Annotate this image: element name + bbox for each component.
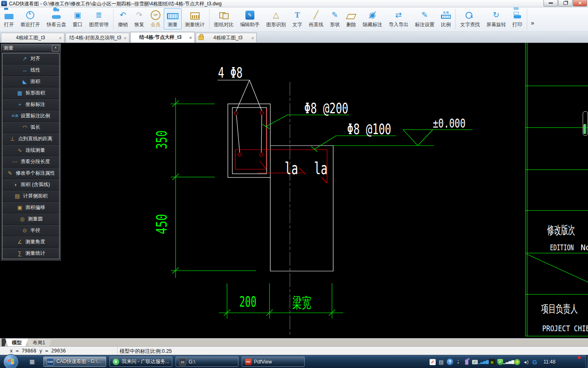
- sheet-tab-layout1[interactable]: 布局1: [26, 339, 52, 347]
- show-desktop-button[interactable]: [586, 355, 588, 368]
- measure-item-area-with-arc[interactable]: ◑面积 (含弧线): [2, 179, 59, 191]
- restore-button[interactable]: [558, 0, 572, 7]
- measure-item-rect-area[interactable]: ▦矩形面积: [2, 88, 59, 99]
- measure-item-side-area[interactable]: ▤计算侧面积: [2, 191, 59, 202]
- taskbar-button-label: PdfView: [254, 359, 272, 365]
- toolbar-label: 标注设置: [415, 21, 434, 28]
- measure-item-area[interactable]: ◣面积: [2, 76, 59, 88]
- measure-item-arc-length[interactable]: ◠弧长: [2, 122, 59, 133]
- toolbar-button-vip[interactable]: VIP会员: [147, 8, 164, 29]
- measure-item-segment-length[interactable]: ⋯查看分段长度: [2, 156, 59, 168]
- taskbar-button-label: CAD快速看图 - G:\...: [56, 358, 101, 365]
- measure-item-continuous[interactable]: ∿连续测量: [2, 145, 59, 156]
- toolbar-button-open[interactable]: 打开: [1, 8, 17, 29]
- titleblock-edition-no: No: [581, 242, 588, 252]
- nvidia-tray-icon[interactable]: ◉: [489, 359, 495, 365]
- tab-close-icon[interactable]: ×: [59, 36, 62, 40]
- windows-logo-icon: [8, 359, 14, 365]
- dim-450: 450: [153, 214, 170, 234]
- toolbar-button-measure[interactable]: 测量: [164, 8, 182, 29]
- usb-eject-tray-icon[interactable]: ✓: [472, 360, 478, 364]
- toolbar-button-cloud-drive[interactable]: 快看云盘: [43, 8, 69, 29]
- rebar-top-label: 4 Φ8: [218, 64, 243, 81]
- measure-item-angle[interactable]: ∠测量角度: [2, 236, 59, 248]
- toolbar-button-delete[interactable]: 删除: [343, 8, 359, 29]
- network-white-tray-icon[interactable]: ▁▃▅▇: [505, 359, 512, 366]
- toolbar-button-hide-annotations[interactable]: ◉隐藏标注: [359, 8, 385, 29]
- document-tab-bar: 4栋竣工图_t3× 结-4栋-封面及总说明_t3× 结-4栋-节点大样_t3× …: [0, 32, 588, 43]
- doc-tab-1[interactable]: 4栋竣工图_t3×: [1, 33, 65, 43]
- measure-item-linear[interactable]: ↔线性: [2, 65, 59, 76]
- app-icon: C: [1, 1, 7, 6]
- measure-item-align[interactable]: ↗对齐: [2, 53, 59, 65]
- taskbar: ▦ CAD CAD快速看图 - G:\... e 我来问 - 广联达服务... …: [0, 355, 588, 368]
- taskbar-button-explorer-g[interactable]: ▭ G:\: [176, 357, 238, 367]
- measure-item-circle[interactable]: ◎测量圆: [2, 213, 59, 225]
- toolbar-button-scale[interactable]: A:B比例: [438, 8, 454, 29]
- window-controls: ✕: [543, 0, 587, 7]
- measure-item-stats[interactable]: ∑测量统计: [2, 248, 59, 259]
- toolbar-button-shapes[interactable]: ✎形状: [327, 8, 343, 29]
- close-button[interactable]: ✕: [573, 0, 587, 7]
- taskbar-clock[interactable]: 11:48: [543, 359, 555, 365]
- toolbar-button-window[interactable]: ▣窗口: [69, 8, 86, 29]
- measure-panel-titlebar[interactable]: 测量 ×: [1, 44, 60, 52]
- sheet-tab-model[interactable]: 模型: [5, 339, 28, 347]
- taskbar-button-cad-viewer[interactable]: CAD CAD快速看图 - G:\...: [43, 357, 106, 367]
- help-tray-icon[interactable]: ?: [447, 359, 453, 365]
- toolbar-button-edit-assistant[interactable]: ✎编辑助手: [237, 8, 263, 29]
- arc-icon: ◠: [22, 125, 28, 130]
- glodon-tray-icon[interactable]: G: [531, 359, 538, 366]
- tab-close-icon[interactable]: ×: [124, 36, 127, 40]
- measure-item-point-to-line[interactable]: ⊥点到直线的距离: [2, 133, 59, 145]
- measure-item-set-scale[interactable]: A:B设置标注比例: [2, 110, 59, 122]
- usb-drive-tray-icon[interactable]: [465, 359, 468, 365]
- toolbar-label: 删除: [346, 21, 356, 28]
- measure-item-label: 连续测量: [26, 147, 45, 154]
- toolbar-button-recent-open[interactable]: 最近打开: [17, 8, 43, 29]
- start-button[interactable]: [3, 354, 19, 368]
- toolbar-label: 隐藏标注: [363, 21, 382, 28]
- toolbar-button-drawing-compare[interactable]: 图纸对比: [211, 8, 237, 29]
- toolbar-label: 窗口: [73, 21, 82, 28]
- pinned-app-icon[interactable]: ▦: [29, 358, 35, 365]
- toolbar-label: 文字: [292, 21, 302, 28]
- toolbar-button-layer-manager[interactable]: ≣图层管理: [86, 8, 112, 29]
- taskbar-button-pdfview[interactable]: PDF PdfView: [242, 357, 305, 367]
- doc-tab-3-active[interactable]: 结-4栋-节点大样_t3×: [130, 32, 195, 43]
- scrollbar-thumb[interactable]: [584, 124, 586, 134]
- toolbar-button-annotation-settings[interactable]: ✎标注设置: [412, 8, 438, 29]
- show-hidden-icons[interactable]: ▫: [455, 359, 461, 366]
- tab-close-icon[interactable]: ×: [252, 36, 254, 40]
- toolbar-button-measure-stats[interactable]: 测量统计: [182, 8, 208, 29]
- network-blue-tray-icon[interactable]: ▁▃▅▇: [480, 359, 487, 366]
- toolbar-button-print[interactable]: 打印: [509, 8, 526, 29]
- toolbar-button-import-export[interactable]: ⇄导入导出: [385, 8, 412, 29]
- tab-close-icon[interactable]: ×: [189, 35, 192, 40]
- measure-panel-body: ↗对齐 ↔线性 ◣面积 ▦矩形面积 +坐标标注 A:B设置标注比例 ◠弧长 ⊥点…: [2, 53, 60, 259]
- measure-item-area-offset[interactable]: ▣面积偏移: [2, 202, 59, 213]
- measure-panel-close-button[interactable]: ×: [52, 45, 59, 52]
- doc-tab-2[interactable]: 结-4栋-封面及总说明_t3×: [65, 33, 129, 43]
- antivirus-tray-icon[interactable]: ✚: [514, 359, 520, 365]
- volume-tray-icon[interactable]: ◄): [522, 359, 529, 366]
- security-shield-tray-icon[interactable]: ✓: [497, 359, 503, 365]
- toolbar-button-undo[interactable]: ↶撤销: [115, 8, 131, 29]
- notes-tray-icon[interactable]: ✓: [430, 359, 436, 365]
- measure-item-radius[interactable]: ⊙半径: [2, 225, 59, 236]
- toolbar-button-draw-line[interactable]: ╱画直线: [305, 8, 327, 29]
- toolbar-button-shape-recognition[interactable]: △图形识别: [263, 8, 289, 29]
- toolbar-button-text[interactable]: T文字: [289, 8, 305, 29]
- toolbar-overflow-button[interactable]: »: [528, 19, 537, 26]
- measure-item-coordinate[interactable]: +坐标标注: [2, 99, 59, 110]
- toolbar-button-redo[interactable]: ↷恢复: [131, 8, 147, 29]
- doc-tab-4[interactable]: 4栋竣工图_t3×: [196, 33, 257, 43]
- level-label: ±0.000: [433, 116, 466, 130]
- toolbar-button-screen-rotate[interactable]: ↻屏幕旋转: [483, 8, 509, 29]
- toolbar-button-text-search[interactable]: 文字查找: [457, 8, 483, 29]
- keyboard-tray-icon[interactable]: ▤: [438, 359, 445, 366]
- taskbar-button-wolaiwen[interactable]: e 我来问 - 广联达服务...: [109, 357, 172, 367]
- measure-item-edit-annotation[interactable]: ✎修改单个标注属性: [2, 168, 59, 179]
- minimize-button[interactable]: [543, 0, 558, 7]
- cad-drawing[interactable]: 4 Φ8 Φ8 @200 Φ8 @100 ±0.000 la la 350 45…: [0, 43, 588, 338]
